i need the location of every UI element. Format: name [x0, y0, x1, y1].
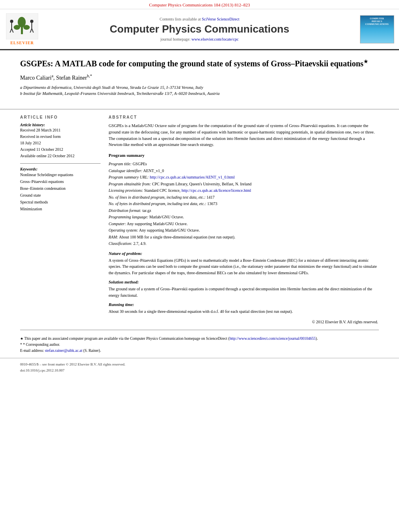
prog-url-link[interactable]: http://cpc.cs.qub.ac.uk/summaries/AENT_v… [150, 175, 234, 179]
cpc-logo-area: COMPUTERPHYSICSCOMMUNICATIONS [355, 15, 399, 43]
bottom-divider [20, 330, 379, 330]
star-footnote: ★ This paper and its associated computer… [20, 336, 379, 342]
corresponding-footnote: * * Corresponding author. [20, 342, 379, 348]
svg-point-3 [14, 25, 20, 30]
keywords-label: Keywords: [20, 167, 101, 171]
prog-os-line: Operating system: Any supporting Matlab/… [109, 227, 379, 234]
authors-line: Marco Caliaria, Stefan Rainerb,* [20, 74, 379, 81]
journal-title: Computer Physics Communications [44, 23, 355, 35]
prog-url-line: Program summary URL: http://cpc.cs.qub.a… [109, 174, 379, 181]
citation-text: Computer Physics Communications 184 (201… [149, 2, 250, 7]
journal-center-info: Contents lists available at SciVerse Sci… [44, 17, 355, 41]
email-footnote: E-mail address: stefan.rainer@uibk.ac.at… [20, 348, 379, 354]
kw3: Bose–Einstein condensation [20, 185, 101, 192]
prog-ram-line: RAM: About 100 MB for a single three-dim… [109, 234, 379, 241]
cpc-logo-icon: COMPUTERPHYSICSCOMMUNICATIONS [360, 15, 394, 43]
kw2: Gross–Pitaevskii equations [20, 178, 101, 185]
received-date: Received 28 March 2011 [20, 127, 101, 134]
journal-header: ELSEVIER Contents lists available at Sci… [0, 9, 399, 50]
nature-problem-text: A system of Gross–Pitaevskii Equations (… [109, 257, 379, 276]
article-history-block: Article history: Received 28 March 2011 … [20, 123, 101, 159]
revised-date: 18 July 2012 [20, 140, 101, 146]
bottom-meta: 0010-4655/$ – see front matter © 2012 El… [0, 358, 399, 376]
svg-point-5 [10, 20, 13, 23]
prog-lang-line: Programming language: Matlab/GNU Octave. [109, 214, 379, 221]
journal-homepage-link[interactable]: www.elsevier.com/locate/cpc [191, 37, 239, 41]
sciverse-link[interactable]: SciVerse ScienceDirect [202, 17, 240, 21]
prog-obtainable-line: Program obtainable from: CPC Program Lib… [109, 181, 379, 188]
contents-line: Contents lists available at SciVerse Sci… [44, 17, 355, 21]
keywords-block: Keywords: Nonlinear Schrödinger equation… [20, 167, 101, 212]
email-link[interactable]: stefan.rainer@uibk.ac.at [45, 349, 82, 353]
revised-label: Received in revised form [20, 134, 101, 140]
prog-class-line: Classification: 2.7, 4.9. [109, 240, 379, 247]
affil-a: a Dipartimento di Informatica, Universit… [20, 84, 379, 91]
footnotes-section: ★ This paper and its associated computer… [0, 336, 399, 358]
kw1: Nonlinear Schrödinger equations [20, 171, 101, 178]
article-info-column: ARTICLE INFO Article history: Received 2… [20, 115, 101, 324]
accepted-date: Accepted 11 October 2012 [20, 146, 101, 153]
sciencedirect-link[interactable]: http://www.sciencedirect.com/science/jou… [230, 337, 316, 341]
abstract-header: ABSTRACT [109, 115, 379, 119]
kw4: Ground state [20, 192, 101, 199]
copyright-line: © 2012 Elsevier B.V. All rights reserved… [109, 320, 379, 324]
abstract-text: GSGPEs is a Matlab/GNU Octave suite of p… [109, 123, 379, 148]
prog-catalogue-line: Catalogue identifier: AENT_v1_0 [109, 168, 379, 175]
history-label: Article history: [20, 123, 101, 127]
prog-licensing-line: Licensing provisions: Standard CPC licen… [109, 187, 379, 194]
svg-point-4 [23, 25, 30, 30]
svg-point-9 [30, 20, 33, 23]
article-info-header: ARTICLE INFO [20, 115, 101, 119]
running-time-text: About 30 seconds for a single three-dime… [109, 308, 379, 315]
available-date: Available online 22 October 2012 [20, 153, 101, 159]
kw5: Spectral methods [20, 199, 101, 205]
prog-title-line: Program title: GSGPEs [109, 161, 379, 168]
elsevier-logo-area: ELSEVIER [0, 13, 44, 45]
prog-dist-format-line: Distribution format: tar.gz [109, 207, 379, 214]
abstract-column: ABSTRACT GSGPEs is a Matlab/GNU Octave s… [109, 115, 379, 324]
doi-line: doi:10.1016/j.cpc.2012.10.007 [20, 368, 379, 373]
journal-citation: Computer Physics Communications 184 (201… [0, 0, 399, 9]
issn-line: 0010-4655/$ – see front matter © 2012 El… [20, 362, 379, 367]
kw6: Minimization [20, 205, 101, 212]
paper-header: GSGPEs: A MATLAB code for computing the … [0, 50, 399, 103]
main-content: ARTICLE INFO Article history: Received 2… [0, 115, 399, 324]
elsevier-logo-icon [6, 13, 38, 39]
paper-title: GSGPEs: A MATLAB code for computing the … [20, 58, 379, 69]
program-summary-title: Program summary [109, 153, 379, 158]
solution-method-title: Solution method: [109, 280, 379, 284]
header-divider [0, 109, 399, 109]
journal-homepage-line: journal homepage: www.elsevier.com/locat… [44, 37, 355, 41]
affiliations: a Dipartimento di Informatica, Universit… [20, 84, 379, 97]
affil-b: b Institut für Mathematik, Leopold–Franz… [20, 90, 379, 97]
prog-bytes-line: No. of bytes in distributed program, inc… [109, 201, 379, 207]
info-divider [20, 163, 101, 164]
nature-problem-title: Nature of problem: [109, 251, 379, 256]
solution-method-text: The ground state of a system of Gross–Pi… [109, 286, 379, 298]
elsevier-label: ELSEVIER [10, 41, 34, 45]
running-time-title: Running time: [109, 302, 379, 307]
licensing-link[interactable]: http://cpc.cs.qub.ac.uk/licence/licence.… [181, 188, 251, 193]
prog-computer-line: Computer: Any supporting Matlab/GNU Octa… [109, 221, 379, 228]
cpc-logo-text: COMPUTERPHYSICSCOMMUNICATIONS [365, 17, 389, 26]
prog-lines-line: No. of lines in distributed program, inc… [109, 194, 379, 201]
